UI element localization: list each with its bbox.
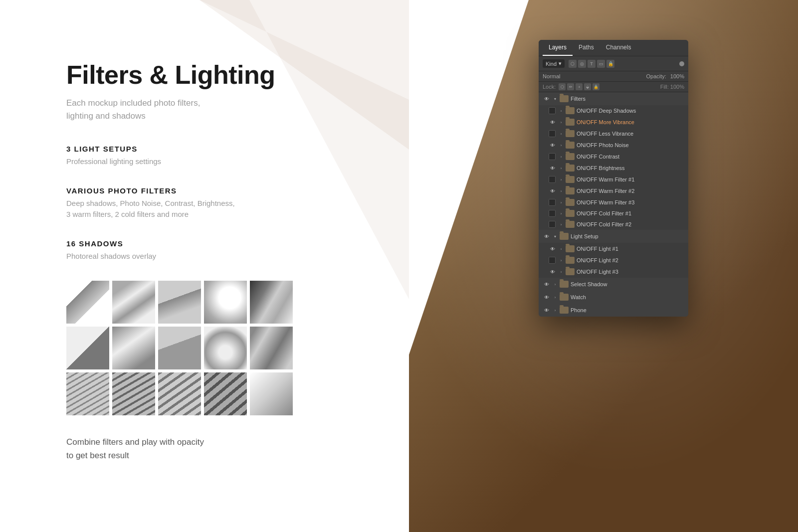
layer-group-filters-header[interactable]: 👁 ▾ Filters <box>539 92 688 105</box>
checkbox-deep-shadows[interactable] <box>549 107 556 114</box>
expand-light3[interactable]: › <box>559 269 564 274</box>
visibility-icon-light-setup[interactable]: 👁 <box>543 232 551 240</box>
visibility-warm2[interactable]: 👁 <box>549 187 557 195</box>
tab-layers[interactable]: Layers <box>543 40 573 56</box>
expand-cold2[interactable]: › <box>559 222 564 227</box>
opacity-value: 100% <box>670 73 684 79</box>
layer-item-deep-shadows[interactable]: › ON/OFF Deep Shadows <box>539 105 688 116</box>
blend-mode-select[interactable]: Normal <box>543 73 642 79</box>
expand-more-vibrance[interactable]: › <box>559 120 564 125</box>
layer-item-warm3[interactable]: › ON/OFF Warm Filter #3 <box>539 197 688 208</box>
checkbox-cold1[interactable] <box>549 210 556 217</box>
layer-item-less-vibrance[interactable]: › ON/OFF Less Vibrance <box>539 128 688 139</box>
expand-photo-noise[interactable]: › <box>559 143 564 148</box>
layer-item-light1[interactable]: 👁 › ON/OFF Light #1 <box>539 243 688 255</box>
filter-icons: ⬡ ◎ T ▭ 🔒 <box>569 60 614 68</box>
folder-icon-filters <box>560 95 569 102</box>
layer-item-warm2[interactable]: 👁 › ON/OFF Warm Filter #2 <box>539 185 688 197</box>
type-filter-icon[interactable]: T <box>588 60 596 68</box>
adjustment-filter-icon[interactable]: ◎ <box>578 60 586 68</box>
layer-item-cold1[interactable]: › ON/OFF Cold Filter #1 <box>539 208 688 219</box>
layer-name-warm2: ON/OFF Warm Filter #2 <box>577 188 634 194</box>
expand-watch[interactable]: › <box>553 295 558 300</box>
checkbox-less-vibrance[interactable] <box>549 130 556 137</box>
layer-item-light3[interactable]: 👁 › ON/OFF Light #3 <box>539 266 688 278</box>
visibility-brightness[interactable]: 👁 <box>549 164 557 172</box>
expand-brightness[interactable]: › <box>559 166 564 171</box>
layer-item-more-vibrance[interactable]: 👁 › ON/OFF More Vibrance <box>539 116 688 128</box>
layer-name-warm1: ON/OFF Warm Filter #1 <box>577 177 634 182</box>
folder-deep-shadows <box>566 107 575 114</box>
visibility-icon-filters[interactable]: 👁 <box>543 95 551 103</box>
main-content: Filters & Lighting Each mockup included … <box>66 60 376 462</box>
expand-less-vibrance[interactable]: › <box>559 131 564 136</box>
visibility-light3[interactable]: 👁 <box>549 268 557 276</box>
checkbox-cold2[interactable] <box>549 221 556 228</box>
visibility-light1[interactable]: 👁 <box>549 245 557 253</box>
expand-warm2[interactable]: › <box>559 188 564 193</box>
layer-group-phone-header[interactable]: 👁 › Phone <box>539 304 688 317</box>
shadow-thumb-4 <box>204 281 247 324</box>
shape-filter-icon[interactable]: ▭ <box>597 60 605 68</box>
layer-group-watch-header[interactable]: 👁 › Watch <box>539 291 688 304</box>
shadow-thumb-6 <box>66 327 109 369</box>
layer-item-contrast[interactable]: › ON/OFF Contrast <box>539 151 688 162</box>
smart-filter-icon[interactable]: 🔒 <box>606 60 614 68</box>
layer-item-warm1[interactable]: › ON/OFF Warm Filter #1 <box>539 174 688 185</box>
folder-light2 <box>566 257 575 264</box>
layer-item-cold2[interactable]: › ON/OFF Cold Filter #2 <box>539 219 688 230</box>
shadow-thumb-14 <box>204 372 247 415</box>
kind-toolbar: Kind ▾ ⬡ ◎ T ▭ 🔒 <box>539 56 688 71</box>
lock-pixels-icon[interactable]: ⬡ <box>559 83 566 90</box>
fill-label: Fill: 100% <box>660 84 684 90</box>
layer-name-light2: ON/OFF Light #2 <box>577 257 618 263</box>
kind-select[interactable]: Kind ▾ <box>543 59 565 68</box>
layer-name-deep-shadows: ON/OFF Deep Shadows <box>577 108 636 114</box>
lock-full-icon[interactable]: 🔒 <box>593 83 599 90</box>
expand-contrast[interactable]: › <box>559 154 564 159</box>
pixel-filter-icon[interactable]: ⬡ <box>569 60 577 68</box>
expand-deep-shadows[interactable]: › <box>559 108 564 113</box>
layer-name-phone: Phone <box>571 307 587 313</box>
expand-icon-light-setup[interactable]: ▾ <box>553 234 558 239</box>
visibility-photo-noise[interactable]: 👁 <box>549 141 557 149</box>
expand-phone[interactable]: › <box>553 308 558 313</box>
visibility-watch[interactable]: 👁 <box>543 293 551 301</box>
shadow-thumb-3 <box>158 281 201 324</box>
checkbox-light2[interactable] <box>549 257 556 264</box>
folder-select-shadow <box>560 281 569 288</box>
expand-cold1[interactable]: › <box>559 211 564 216</box>
tab-paths[interactable]: Paths <box>573 40 600 56</box>
layer-item-brightness[interactable]: 👁 › ON/OFF Brightness <box>539 162 688 174</box>
tab-channels[interactable]: Channels <box>600 40 637 56</box>
folder-watch <box>560 294 569 301</box>
expand-warm1[interactable]: › <box>559 177 564 182</box>
shadow-thumb-15 <box>250 372 293 415</box>
lock-artboard-icon[interactable]: + <box>576 83 583 90</box>
shadow-thumb-13 <box>158 372 201 415</box>
panel-menu-dot[interactable] <box>679 61 684 66</box>
visibility-phone[interactable]: 👁 <box>543 306 551 314</box>
section-light-setups: 3 LIGHT SETUPS Professional lighting set… <box>66 145 376 168</box>
layer-item-light2[interactable]: › ON/OFF Light #2 <box>539 255 688 266</box>
expand-light1[interactable]: › <box>559 246 564 251</box>
layer-item-photo-noise[interactable]: 👁 › ON/OFF Photo Noise <box>539 139 688 151</box>
lock-row: Lock: ⬡ ✏ + ⬙ 🔒 Fill: 100% <box>539 82 688 92</box>
expand-select-shadow[interactable]: › <box>553 282 558 287</box>
layer-group-light-setup-header[interactable]: 👁 ▾ Light Setup <box>539 230 688 243</box>
photoshop-panel: Layers Paths Channels Kind ▾ ⬡ ◎ T ▭ 🔒 N… <box>539 40 688 317</box>
expand-warm3[interactable]: › <box>559 200 564 205</box>
layer-group-select-shadow-header[interactable]: 👁 › Select Shadow <box>539 278 688 291</box>
checkbox-warm3[interactable] <box>549 199 556 206</box>
expand-light2[interactable]: › <box>559 258 564 263</box>
checkbox-contrast[interactable] <box>549 153 556 160</box>
lock-position-icon[interactable]: ✏ <box>567 83 574 90</box>
visibility-select-shadow[interactable]: 👁 <box>543 280 551 288</box>
layer-name-contrast: ON/OFF Contrast <box>577 154 619 160</box>
layer-name-light-setup: Light Setup <box>571 233 598 239</box>
expand-icon-filters[interactable]: ▾ <box>553 96 558 101</box>
visibility-more-vibrance[interactable]: 👁 <box>549 118 557 126</box>
shadow-thumbnails <box>66 281 376 415</box>
checkbox-warm1[interactable] <box>549 176 556 183</box>
lock-all-icon[interactable]: ⬙ <box>584 83 591 90</box>
